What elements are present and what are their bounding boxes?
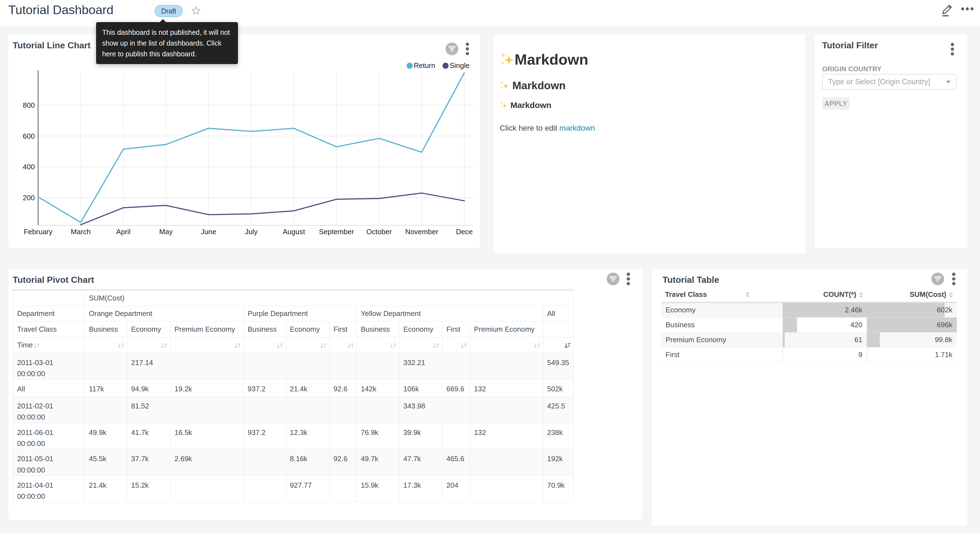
pivot-sort-cell[interactable] <box>357 337 399 353</box>
line-chart[interactable]: 200400600800FebruaryMarchAprilMayJuneJul… <box>8 34 480 248</box>
col-header-count[interactable]: COUNT(*) <box>783 287 867 302</box>
count-cell: 2.46k <box>783 302 867 317</box>
pivot-row: 2011-04-01 00:00:0021.4k15.2k927.7715.9k… <box>13 476 574 502</box>
svg-text:November: November <box>405 228 438 236</box>
pivot-row-dimension: Travel Class <box>13 321 85 337</box>
apply-button[interactable]: APPLY <box>822 97 850 110</box>
pivot-sort-cell[interactable] <box>543 337 574 353</box>
pivot-sort-cell[interactable] <box>399 337 442 353</box>
sort-icon[interactable] <box>234 342 241 349</box>
kebab-menu-icon[interactable] <box>626 272 630 287</box>
pivot-time-cell: 2011-06-01 00:00:00 <box>13 423 85 449</box>
sort-icon[interactable] <box>460 342 468 349</box>
filter-badge-icon[interactable] <box>606 272 620 287</box>
pivot-value-cell <box>442 353 470 380</box>
pivot-chart-panel: Tutorial Pivot Chart SUM(Cost)Department… <box>8 269 643 520</box>
pivot-value-cell: 37.7k <box>127 449 170 476</box>
col-header-sum-cost[interactable]: SUM(Cost) <box>867 287 957 302</box>
line-chart-panel: Tutorial Line Chart ReturnSingle 2004006… <box>8 34 480 248</box>
favorite-star-icon[interactable] <box>191 5 202 16</box>
filter-badge-icon[interactable] <box>931 272 944 287</box>
pivot-value-cell: 12.3k <box>286 423 329 449</box>
pivot-sort-cell[interactable] <box>470 337 543 353</box>
pivot-value-cell <box>286 397 329 423</box>
sort-icon[interactable] <box>347 342 355 349</box>
svg-text:March: March <box>71 228 91 236</box>
sum-cost-cell: 1.71k <box>867 347 957 362</box>
pivot-value-cell: 15.2k <box>127 476 170 502</box>
sort-icon[interactable] <box>320 342 327 349</box>
page-title: Tutorial Dashboard <box>8 3 113 17</box>
pivot-col-group: All <box>543 306 574 321</box>
pivot-sort-cell[interactable] <box>127 337 170 353</box>
pivot-value-cell: 16.5k <box>170 423 244 449</box>
pivot-col-group: Orange Department <box>85 306 244 321</box>
markdown-h3-text: Markdown <box>511 101 551 110</box>
sort-icon[interactable] <box>390 342 397 349</box>
sort-icon[interactable] <box>533 342 541 349</box>
sort-icon[interactable] <box>161 342 168 349</box>
pivot-table: SUM(Cost)DepartmentOrange DepartmentPurp… <box>13 289 574 502</box>
edit-markdown-link[interactable]: markdown <box>559 124 595 132</box>
sort-icon[interactable] <box>433 342 440 349</box>
pivot-sort-cell[interactable] <box>244 337 286 353</box>
pivot-col-dimension: Department <box>13 306 85 321</box>
draft-status-badge[interactable]: Draft <box>154 5 183 17</box>
pivot-col-group: Yellow Department <box>357 306 543 321</box>
sort-caret-icon <box>746 292 749 297</box>
pivot-corner-cell <box>13 290 85 306</box>
more-menu-icon[interactable] <box>960 6 974 11</box>
chevron-down-icon <box>946 81 951 83</box>
pivot-value-cell: 132 <box>470 380 543 397</box>
sparkles-icon <box>500 102 507 109</box>
markdown-paragraph-text: Click here to edit <box>500 124 559 132</box>
markdown-heading-1: Markdown <box>500 51 588 68</box>
pivot-sort-cell[interactable] <box>85 337 127 353</box>
table-row: Business420696k <box>661 317 957 332</box>
pivot-col-group: Purple Department <box>244 306 357 321</box>
pivot-time-cell: 2011-03-01 00:00:00 <box>13 353 85 380</box>
panel-title: Tutorial Filter <box>822 40 878 51</box>
pivot-value-cell <box>357 353 399 380</box>
edit-pencil-icon[interactable] <box>940 2 954 18</box>
sort-desc-active-icon[interactable] <box>564 342 571 349</box>
pivot-value-cell: 332.21 <box>399 353 442 380</box>
pivot-col-label: Business <box>357 321 399 337</box>
pivot-value-cell: 217.14 <box>127 353 170 380</box>
markdown-heading-3: Markdown <box>500 101 551 110</box>
pivot-sort-cell[interactable] <box>442 337 470 353</box>
pivot-sort-cell[interactable] <box>286 337 329 353</box>
markdown-panel: Markdown Markdown Markdown Click here to… <box>493 34 805 254</box>
sort-icon[interactable] <box>276 342 283 349</box>
sparkles-icon <box>500 52 514 67</box>
svg-text:May: May <box>159 228 173 236</box>
col-header-travel-class[interactable]: Travel Class <box>661 287 783 302</box>
sort-icon[interactable] <box>117 342 125 349</box>
pivot-value-cell: 21.4k <box>286 380 329 397</box>
travel-class-cell: Premium Economy <box>661 332 783 347</box>
pivot-sort-time-cell[interactable]: Time <box>13 337 85 353</box>
kebab-menu-icon[interactable] <box>950 43 955 57</box>
svg-text:Dece: Dece <box>456 228 473 236</box>
pivot-sort-cell[interactable] <box>170 337 244 353</box>
pivot-value-cell <box>244 476 286 502</box>
svg-text:September: September <box>319 228 354 236</box>
sort-icon[interactable] <box>33 342 40 349</box>
svg-text:June: June <box>201 228 216 236</box>
pivot-time-cell: 2011-02-01 00:00:00 <box>13 397 85 423</box>
pivot-value-cell <box>170 397 244 423</box>
pivot-value-cell: 927.77 <box>286 476 329 502</box>
pivot-value-cell: 425.5 <box>543 397 574 423</box>
origin-country-select[interactable]: Type or Select [Origin Country] <box>822 74 957 90</box>
pivot-sort-cell[interactable] <box>329 337 357 353</box>
pivot-value-cell: 94.9k <box>127 380 170 397</box>
pivot-value-cell: 192k <box>543 449 574 476</box>
pivot-value-cell: 39.9k <box>399 423 442 449</box>
markdown-heading-2: Markdown <box>500 80 566 92</box>
pivot-value-cell <box>470 449 543 476</box>
pivot-value-cell <box>286 353 329 380</box>
table-row: Premium Economy6199.8k <box>661 332 957 347</box>
kebab-menu-icon[interactable] <box>952 272 956 287</box>
table-row: Economy2.46k602k <box>661 302 957 317</box>
pivot-value-cell: 81.52 <box>127 397 170 423</box>
